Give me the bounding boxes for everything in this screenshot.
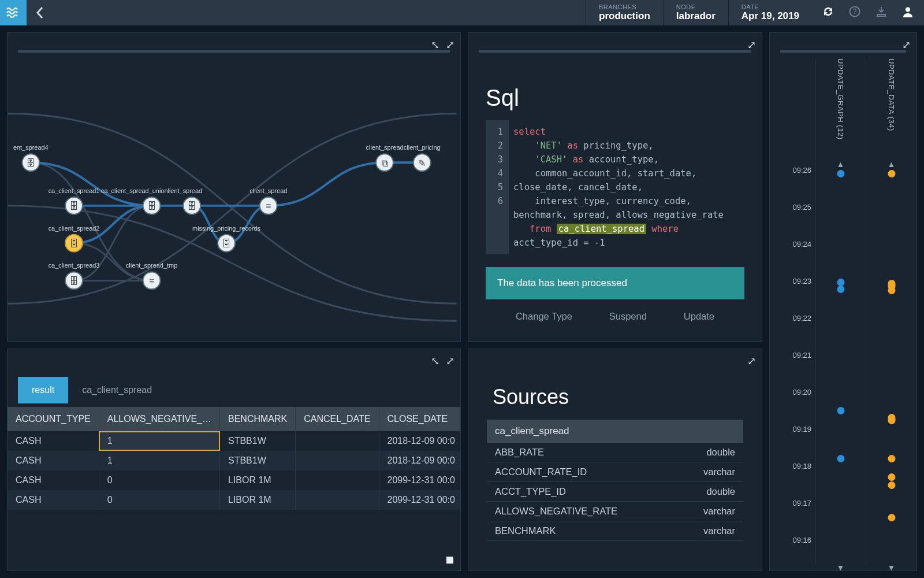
meta-value: Apr 19, 2019 bbox=[742, 10, 799, 22]
timeline-tick: 09:21 bbox=[792, 351, 811, 360]
graph-node[interactable]: 🗄ca_client_spread3 bbox=[49, 262, 100, 289]
scroll-up-icon[interactable]: ▲ bbox=[888, 160, 896, 169]
svg-text:🗄: 🗄 bbox=[69, 239, 79, 249]
timeline-event[interactable] bbox=[837, 286, 844, 293]
svg-text:🗄: 🗄 bbox=[69, 276, 79, 286]
graph-node[interactable]: ⧉client_spread bbox=[366, 144, 403, 171]
col-header[interactable]: CLOSE_DATE bbox=[379, 407, 461, 431]
chevron-left-icon bbox=[36, 6, 44, 19]
svg-text:🗄: 🗄 bbox=[69, 201, 79, 211]
graph-node[interactable]: 🗄ca_client_spread1 bbox=[49, 187, 100, 214]
help-icon[interactable]: ? bbox=[849, 6, 860, 20]
timeline-event[interactable] bbox=[888, 514, 895, 521]
meta-label: DATE bbox=[742, 3, 799, 10]
sources-list: ca_client_spread ABB_RATEdoubleACCOUNT_R… bbox=[487, 420, 743, 541]
waves-icon bbox=[6, 7, 20, 18]
timeline-event[interactable] bbox=[888, 473, 895, 481]
scroll-down-icon[interactable]: ▼ bbox=[837, 563, 845, 571]
sql-actions: Change TypeSuspendUpdate bbox=[497, 311, 733, 322]
meta-value: labrador bbox=[676, 10, 716, 22]
col-header[interactable]: CANCEL_DATE bbox=[296, 407, 379, 431]
timeline-panel: ⤢ 09:2609:2509:2409:2309:2209:2109:2009:… bbox=[769, 32, 917, 571]
graph-node[interactable]: 🗄ca_client_spread2 bbox=[49, 225, 100, 252]
source-column[interactable]: ALLOWS_NEGATIVE_RATEvarchar bbox=[487, 502, 743, 521]
svg-text:client_spread_tmp: client_spread_tmp bbox=[126, 262, 177, 269]
graph-node[interactable]: ≡client_spread bbox=[249, 187, 287, 214]
source-column[interactable]: BENCHMARKvarchar bbox=[487, 521, 743, 541]
shrink-icon[interactable]: ⤡ bbox=[431, 355, 439, 368]
timeline-event[interactable] bbox=[888, 455, 895, 462]
app-logo[interactable] bbox=[0, 0, 27, 25]
graph-node[interactable]: 🗄ent_spread4 bbox=[13, 144, 49, 171]
timeline-tick: 09:19 bbox=[792, 425, 811, 433]
svg-text:≡: ≡ bbox=[266, 201, 271, 211]
timeline-event[interactable] bbox=[888, 287, 895, 294]
timeline-tick: 09:18 bbox=[792, 462, 811, 470]
scroll-up-icon[interactable]: ▲ bbox=[837, 160, 845, 169]
graph-node[interactable]: ✎client_pricing bbox=[404, 144, 441, 171]
sql-action-change-type[interactable]: Change Type bbox=[516, 311, 572, 322]
sql-title: Sql bbox=[486, 85, 762, 111]
context-meta: BRANCHESproductionNODElabradorDATEApr 19… bbox=[586, 0, 812, 25]
results-table[interactable]: ACCOUNT_TYPEALLOWS_NEGATIVE_…BENCHMARKCA… bbox=[8, 407, 461, 510]
svg-text:🗄: 🗄 bbox=[187, 201, 196, 211]
svg-text:ca_client_spread2: ca_client_spread2 bbox=[49, 225, 100, 232]
scroll-down-icon[interactable]: ▼ bbox=[888, 563, 896, 571]
svg-text:🗄: 🗄 bbox=[222, 239, 231, 249]
results-panel: ⤢ ⤡ resultca_client_spread ACCOUNT_TYPEA… bbox=[7, 349, 461, 571]
svg-text:ca_client_spread3: ca_client_spread3 bbox=[49, 262, 100, 269]
sql-panel: ⤢ Sql 123456 select 'NET' as pricing_typ… bbox=[468, 32, 762, 342]
col-header[interactable]: ACCOUNT_TYPE bbox=[8, 407, 99, 431]
expand-icon[interactable]: ⤢ bbox=[902, 39, 911, 51]
scroll-handle[interactable] bbox=[446, 557, 453, 564]
table-row[interactable]: CASH1STBB1W2018-12-09 00:0 bbox=[8, 431, 461, 451]
timeline-tick: 09:26 bbox=[792, 166, 811, 175]
sources-panel: ⤢ Sources ca_client_spread ABB_RATEdoubl… bbox=[468, 349, 762, 571]
svg-text:client_spread: client_spread bbox=[366, 144, 403, 151]
tab-result[interactable]: result bbox=[18, 377, 68, 403]
source-column[interactable]: ACCT_TYPE_IDdouble bbox=[487, 482, 743, 502]
table-row[interactable]: CASH0LIBOR 1M2099-12-31 00:0 bbox=[8, 490, 461, 510]
expand-icon[interactable]: ⤢ bbox=[446, 355, 454, 368]
timeline-event[interactable] bbox=[837, 407, 844, 414]
meta-label: NODE bbox=[676, 3, 716, 10]
sql-action-suspend[interactable]: Suspend bbox=[609, 311, 647, 322]
graph-canvas[interactable]: 🗄ent_spread4🗄ca_client_spread1🗄ca_client… bbox=[8, 33, 460, 341]
back-button[interactable] bbox=[27, 0, 53, 25]
download-icon[interactable] bbox=[875, 6, 887, 20]
col-header[interactable]: ALLOWS_NEGATIVE_… bbox=[99, 407, 219, 431]
svg-text:ent_spread4: ent_spread4 bbox=[13, 144, 49, 151]
user-icon[interactable] bbox=[902, 6, 914, 20]
sources-title: Sources bbox=[493, 385, 762, 409]
svg-text:ca_client_spread1: ca_client_spread1 bbox=[49, 187, 100, 194]
table-row[interactable]: CASH1STBB1W2018-12-09 00:0 bbox=[8, 451, 461, 470]
svg-text:⧉: ⧉ bbox=[382, 158, 388, 168]
graph-panel: ⤢ ⤡ 🗄ent_spread4🗄ca_client_spread1🗄ca_cl… bbox=[7, 32, 461, 342]
source-column[interactable]: ACCOUNT_RATE_IDvarchar bbox=[487, 462, 743, 482]
timeline-tick: 09:17 bbox=[792, 499, 811, 507]
sql-code[interactable]: 123456 select 'NET' as pricing_type, 'CA… bbox=[486, 120, 744, 254]
timeline-column-header: UPDATE_DATA (34) bbox=[887, 58, 896, 131]
timeline-event[interactable] bbox=[888, 481, 895, 489]
timeline-event[interactable] bbox=[888, 170, 895, 177]
meta-label: BRANCHES bbox=[599, 3, 650, 10]
sql-text: select 'NET' as pricing_type, 'CASH' as … bbox=[509, 120, 744, 254]
source-column[interactable]: ABB_RATEdouble bbox=[487, 443, 743, 462]
expand-icon[interactable]: ⤢ bbox=[747, 39, 756, 51]
timeline-event[interactable] bbox=[837, 170, 844, 177]
table-row[interactable]: CASH0LIBOR 1M2099-12-31 00:0 bbox=[8, 470, 461, 490]
graph-node[interactable]: 🗄 bbox=[183, 197, 200, 214]
timeline-event[interactable] bbox=[837, 455, 844, 462]
meta-node[interactable]: NODElabrador bbox=[663, 0, 728, 25]
meta-date[interactable]: DATEApr 19, 2019 bbox=[728, 0, 812, 25]
timeline-event[interactable] bbox=[888, 414, 895, 424]
tab-ca_client_spread[interactable]: ca_client_spread bbox=[68, 377, 166, 403]
timeline-tick: 09:22 bbox=[792, 314, 811, 323]
expand-icon[interactable]: ⤢ bbox=[747, 355, 756, 368]
sql-action-update[interactable]: Update bbox=[684, 311, 714, 322]
sources-header[interactable]: ca_client_spread bbox=[487, 420, 743, 443]
refresh-icon[interactable] bbox=[822, 6, 834, 20]
meta-branches[interactable]: BRANCHESproduction bbox=[586, 0, 663, 25]
timeline-tick: 09:20 bbox=[792, 388, 811, 397]
col-header[interactable]: BENCHMARK bbox=[220, 407, 296, 431]
